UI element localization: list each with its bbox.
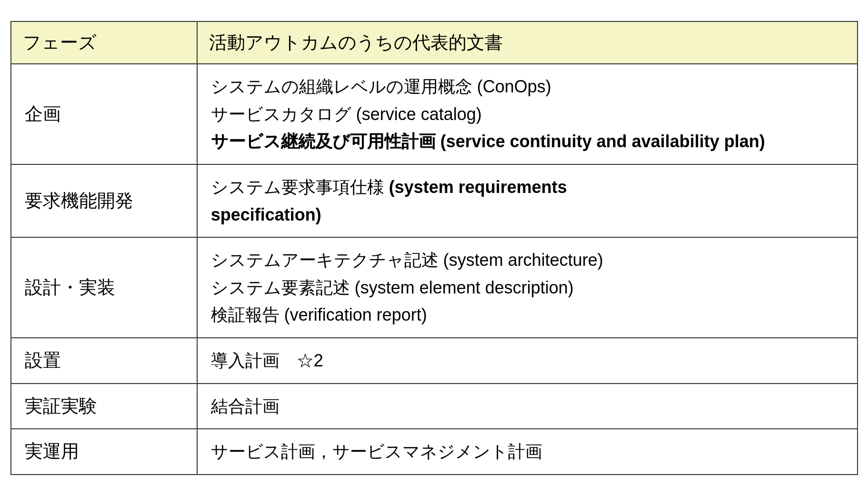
documents-cell: システムの組織レベルの運用概念 (ConOps)サービスカタログ (servic…	[197, 64, 858, 164]
phase-cell: 要求機能開発	[11, 164, 197, 237]
phase-cell: 設計・実装	[11, 237, 197, 338]
header-documents: 活動アウトカムのうちの代表的文書	[197, 21, 858, 64]
phase-cell: 実運用	[11, 429, 197, 475]
documents-cell: システムアーキテクチャ記述 (system architecture)システム要…	[197, 237, 858, 338]
documents-cell: 結合計画	[197, 384, 858, 429]
phase-cell: 企画	[11, 64, 197, 164]
table-row: 設計・実装システムアーキテクチャ記述 (system architecture)…	[11, 237, 858, 338]
table-row: 実運用サービス計画，サービスマネジメント計画	[11, 429, 858, 475]
table-row: 実証実験結合計画	[11, 384, 858, 429]
documents-cell: サービス計画，サービスマネジメント計画	[197, 429, 858, 475]
main-table-container: フェーズ 活動アウトカムのうちの代表的文書 企画システムの組織レベルの運用概念 …	[10, 21, 858, 475]
phase-documents-table: フェーズ 活動アウトカムのうちの代表的文書 企画システムの組織レベルの運用概念 …	[10, 21, 858, 475]
table-row: 企画システムの組織レベルの運用概念 (ConOps)サービスカタログ (serv…	[11, 64, 858, 164]
documents-cell: システム要求事項仕様 (system requirementsspecifica…	[197, 164, 858, 237]
table-header-row: フェーズ 活動アウトカムのうちの代表的文書	[11, 21, 858, 64]
phase-cell: 実証実験	[11, 384, 197, 429]
table-row: 要求機能開発システム要求事項仕様 (system requirementsspe…	[11, 164, 858, 237]
header-phase: フェーズ	[11, 21, 197, 64]
documents-cell: 導入計画 ☆2	[197, 338, 858, 384]
table-row: 設置導入計画 ☆2	[11, 338, 858, 384]
phase-cell: 設置	[11, 338, 197, 384]
